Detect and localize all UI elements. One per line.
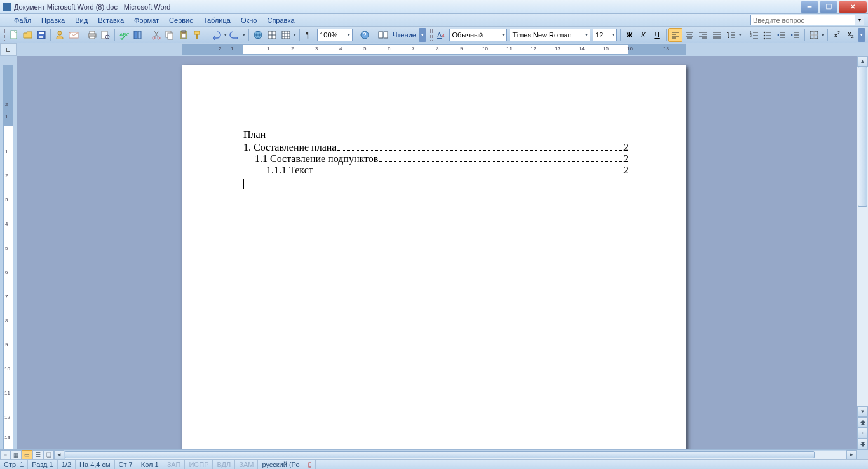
style-combo[interactable]: Обычный▾ [449, 29, 507, 41]
permissions-button[interactable] [53, 28, 67, 42]
status-rec[interactable]: ЗАП [163, 460, 186, 470]
menubar-grip[interactable] [4, 16, 6, 25]
undo-button[interactable] [209, 28, 223, 42]
italic-button[interactable]: К [636, 28, 650, 42]
vertical-scrollbar[interactable]: ▲ ▼ ◦ [857, 56, 868, 449]
toc-label: 1.1.1 Текст [266, 165, 313, 176]
reading-view-button[interactable]: ❏ [43, 450, 54, 459]
toolbar2-grip[interactable] [430, 29, 433, 41]
vscroll-thumb[interactable] [858, 67, 867, 207]
bulleted-list-button[interactable] [761, 28, 775, 42]
svg-rect-20 [182, 34, 186, 38]
reading-layout-button[interactable]: Чтение [390, 28, 419, 42]
email-button[interactable] [67, 28, 81, 42]
numbered-list-button[interactable]: 12 [747, 28, 761, 42]
prev-page-button[interactable] [857, 417, 868, 428]
outline-view-button[interactable]: ☰ [32, 450, 43, 459]
normal-view-button[interactable]: ≡ [0, 450, 11, 459]
copy-button[interactable] [163, 28, 177, 42]
tab-selector[interactable] [0, 43, 17, 56]
insert-table-dropdown[interactable]: ▾ [292, 28, 297, 42]
hyperlink-button[interactable] [251, 28, 265, 42]
redo-button[interactable] [228, 28, 242, 42]
print-layout-view-button[interactable]: ▭ [22, 450, 32, 459]
help-search-input[interactable] [750, 15, 855, 25]
toolbar2-overflow[interactable]: ▾ [858, 28, 865, 42]
vscroll-track[interactable] [857, 67, 868, 406]
print-preview-button[interactable] [99, 28, 113, 42]
help-search-dropdown[interactable]: ▾ [855, 15, 864, 25]
subscript-button[interactable]: x2 [844, 28, 858, 42]
align-right-button[interactable] [696, 28, 710, 42]
menu-window[interactable]: Окно [236, 15, 262, 25]
scroll-down-button[interactable]: ▼ [857, 406, 868, 417]
new-doc-button[interactable] [7, 28, 21, 42]
page[interactable]: План 1. Составление плана2 1.1 Составлен… [182, 65, 686, 449]
status-pages: 1/2 [58, 460, 76, 470]
research-button[interactable] [131, 28, 145, 42]
align-center-button[interactable] [682, 28, 696, 42]
undo-dropdown[interactable]: ▾ [223, 28, 228, 42]
svg-rect-3 [39, 36, 43, 38]
status-ovr[interactable]: ЗАМ [235, 460, 258, 470]
help-button[interactable]: ? [358, 28, 372, 42]
underline-button[interactable]: Ч [650, 28, 664, 42]
select-browse-object-button[interactable]: ◦ [857, 428, 868, 438]
increase-indent-button[interactable] [789, 28, 803, 42]
borders-dropdown[interactable]: ▾ [821, 28, 826, 42]
minimize-button[interactable]: ━ [801, 1, 818, 13]
save-button[interactable] [35, 28, 49, 42]
borders-button[interactable] [807, 28, 821, 42]
scroll-right-button[interactable]: ► [846, 450, 857, 459]
superscript-button[interactable]: x2 [830, 28, 844, 42]
menu-insert[interactable]: Вставка [93, 15, 129, 25]
menu-view[interactable]: Вид [70, 15, 93, 25]
status-language[interactable]: русский (Ро [258, 460, 304, 470]
web-layout-view-button[interactable]: ▦ [11, 450, 22, 459]
align-justify-button[interactable] [710, 28, 724, 42]
horizontal-ruler[interactable]: 21 12 34 56 78 910 1112 1314 1516 18 [17, 44, 868, 55]
line-spacing-button[interactable] [724, 28, 738, 42]
insert-table-button[interactable] [279, 28, 293, 42]
toolbar1-grip[interactable] [3, 29, 5, 41]
scroll-left-button[interactable]: ◄ [54, 450, 64, 459]
maximize-button[interactable]: ❐ [820, 1, 837, 13]
tables-borders-button[interactable] [265, 28, 279, 42]
svg-rect-21 [194, 31, 200, 34]
close-button[interactable]: ✕ [839, 1, 867, 13]
menu-table[interactable]: Таблица [198, 15, 236, 25]
zoom-combo[interactable]: 100%▾ [317, 29, 352, 41]
decrease-indent-button[interactable] [775, 28, 789, 42]
font-combo[interactable]: Times New Roman▾ [510, 29, 590, 41]
bold-button[interactable]: Ж [623, 28, 637, 42]
font-size-combo[interactable]: 12▾ [593, 29, 617, 41]
styles-pane-button[interactable]: A4 [435, 28, 449, 42]
vertical-ruler[interactable]: 2 1 1 2 3 4 5 6 7 8 9 10 11 12 13 [0, 56, 17, 449]
menu-tools[interactable]: Сервис [164, 15, 198, 25]
status-ext[interactable]: ВДЛ [213, 460, 235, 470]
open-button[interactable] [21, 28, 35, 42]
print-button[interactable] [85, 28, 99, 42]
line-spacing-dropdown[interactable]: ▾ [738, 28, 743, 42]
scroll-up-button[interactable]: ▲ [857, 56, 868, 67]
document-area[interactable]: План 1. Составление плана2 1.1 Составлен… [17, 56, 857, 449]
show-formatting-button[interactable]: ¶ [302, 28, 316, 42]
hscroll-thumb[interactable] [65, 451, 815, 458]
next-page-button[interactable] [857, 438, 868, 449]
align-left-button[interactable] [668, 28, 682, 42]
status-spellcheck-icon[interactable] [304, 460, 316, 470]
svg-point-15 [158, 37, 160, 39]
hscroll-track[interactable] [64, 450, 846, 459]
spellcheck-button[interactable]: ABC [117, 28, 131, 42]
toolbar1-overflow[interactable]: ▾ [419, 28, 426, 42]
paste-button[interactable] [177, 28, 191, 42]
reading-layout-icon[interactable] [376, 28, 390, 42]
menu-edit[interactable]: Правка [36, 15, 70, 25]
cut-button[interactable] [149, 28, 163, 42]
menu-help[interactable]: Справка [262, 15, 299, 25]
menu-file[interactable]: Файл [9, 15, 36, 25]
format-painter-button[interactable] [191, 28, 205, 42]
redo-dropdown[interactable]: ▾ [241, 28, 247, 42]
status-trk[interactable]: ИСПР [185, 460, 213, 470]
menu-format[interactable]: Формат [129, 15, 164, 25]
